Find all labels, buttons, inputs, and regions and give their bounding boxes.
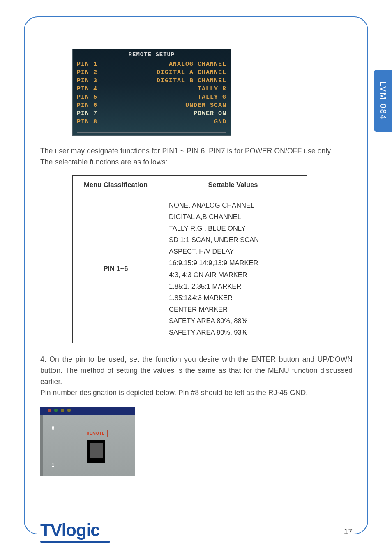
settable-value-line: 1.85:1&4:3 MARKER — [169, 292, 300, 303]
settable-value-line: 4:3, 4:3 ON AIR MARKER — [169, 269, 300, 280]
settable-value-line: NONE, ANALOG CHANNEL — [169, 199, 300, 211]
pin-label-1: 1 — [52, 462, 54, 467]
osd-row: PIN 6UNDER SCAN — [77, 102, 226, 110]
osd-row: PIN 3DIGITAL B CHANNEL — [77, 77, 226, 85]
rj45-photo: 8 REMOTE 1 — [40, 407, 135, 476]
osd-pin-value: ANALOG CHANNEL — [169, 60, 226, 69]
remote-label: REMOTE — [87, 431, 105, 435]
rj45-hook — [94, 458, 99, 462]
osd-pin-label: PIN 5 — [77, 93, 97, 102]
osd-pin-label: PIN 8 — [77, 118, 97, 126]
settable-value-line: SAFETY AREA 80%, 88% — [169, 315, 300, 326]
osd-divider — [77, 132, 226, 133]
osd-pin-value: TALLY G — [198, 93, 226, 102]
page-number: 17 — [344, 527, 353, 536]
para1-line1: The user may designate functions for PIN… — [40, 146, 353, 157]
td-menu: PIN 1~6 — [73, 194, 159, 343]
osd-title: REMOTE SETUP — [77, 51, 226, 58]
side-tab: LVM-084 — [374, 70, 392, 132]
settable-value-line: SD 1:1 SCAN, UNDER SCAN — [169, 234, 300, 245]
osd-pin-value: DIGITAL A CHANNEL — [157, 69, 226, 77]
tvlogic-logo: TVlogic — [40, 520, 100, 541]
settable-table: Menu Classification Settable Values PIN … — [72, 175, 307, 343]
settable-value-line: TALLY R,G , BLUE ONLY — [169, 222, 300, 234]
remote-label-box: REMOTE — [84, 430, 108, 437]
panel-edge — [40, 415, 43, 476]
rj45-port-inner — [90, 443, 103, 458]
pin-label-8: 8 — [52, 426, 54, 430]
osd-pin-value: POWER ON — [194, 110, 226, 118]
para2-line2: Pin number designation is depicted below… — [40, 387, 353, 398]
rj45-port-icon — [87, 440, 105, 463]
osd-pin-label: PIN 6 — [77, 102, 97, 110]
para1-line2: The selectable functions are as follows: — [40, 157, 353, 168]
logo-part2: logic — [62, 520, 100, 540]
settable-value-line: DIGITAL A,B CHANNEL — [169, 211, 300, 222]
osd-pin-label: PIN 4 — [77, 85, 97, 93]
para2-line1: 4. On the pin to be used, set the functi… — [40, 354, 353, 387]
osd-screenshot: REMOTE SETUP PIN 1ANALOG CHANNELPIN 2DIG… — [72, 49, 231, 136]
settable-value-line: 16:9,15:9,14:9,13:9 MARKER — [169, 257, 300, 268]
settable-value-line: CENTER MARKER — [169, 303, 300, 315]
osd-pin-value: DIGITAL B CHANNEL — [157, 77, 226, 85]
osd-row: PIN 2DIGITAL A CHANNEL — [77, 69, 226, 77]
settable-value-line: SAFETY AREA 90%, 93% — [169, 326, 300, 338]
paragraph-2: 4. On the pin to be used, set the functi… — [40, 354, 353, 399]
side-tab-label: LVM-084 — [378, 81, 388, 120]
osd-pin-value: GND — [214, 118, 226, 126]
settable-value-line: ASPECT, H/V DELAY — [169, 245, 300, 257]
th-menu-classification: Menu Classification — [73, 176, 159, 194]
osd-row: PIN 1ANALOG CHANNEL — [77, 60, 226, 69]
osd-row: PIN 8GND — [77, 118, 226, 126]
th-settable-values: Settable Values — [159, 176, 307, 194]
settable-value-line: 1.85:1, 2.35:1 MARKER — [169, 280, 300, 292]
osd-row: PIN 5TALLY G — [77, 93, 226, 102]
content: REMOTE SETUP PIN 1ANALOG CHANNELPIN 2DIG… — [40, 49, 353, 476]
osd-pin-label: PIN 2 — [77, 69, 97, 77]
paragraph-1: The user may designate functions for PIN… — [40, 146, 353, 168]
logo-part1: TV — [40, 520, 62, 540]
logo-underline — [40, 541, 110, 543]
osd-pin-label: PIN 7 — [77, 110, 97, 118]
osd-pin-label: PIN 3 — [77, 77, 97, 85]
osd-pin-value: TALLY R — [198, 85, 226, 93]
osd-row: PIN 7POWER ON — [77, 110, 226, 118]
osd-pin-value: UNDER SCAN — [185, 102, 226, 110]
osd-pin-label: PIN 1 — [77, 60, 97, 69]
osd-row: PIN 4TALLY R — [77, 85, 226, 93]
td-values: NONE, ANALOG CHANNELDIGITAL A,B CHANNELT… — [159, 194, 307, 343]
